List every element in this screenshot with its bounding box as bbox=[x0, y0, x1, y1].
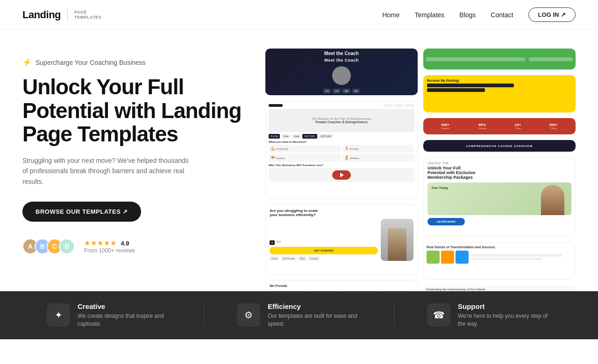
nav-templates[interactable]: Templates bbox=[415, 11, 445, 19]
template-services: We Provide 📊Marketing 💡Strategy 🎯Coachin… bbox=[265, 280, 418, 291]
nav-blogs[interactable]: Blogs bbox=[459, 11, 476, 19]
nav-home[interactable]: Home bbox=[382, 11, 399, 19]
who-section: ↗ ✓ Our Progress bbox=[0, 339, 598, 364]
header: Landing PAGETEMPLATES Home Templates Blo… bbox=[0, 0, 598, 30]
feature-support-title: Support bbox=[458, 302, 551, 310]
feature-creative: ✦ Creative We create designs that inspir… bbox=[47, 302, 171, 328]
review-avatars: A B C D bbox=[22, 238, 71, 254]
feature-divider-1 bbox=[204, 303, 204, 327]
hero-section: ⚡ Supercharge Your Coaching Business Unl… bbox=[0, 30, 598, 291]
template-red-stats: 500+Projects 99%Success 10+Years 300+Cli… bbox=[423, 118, 576, 134]
hero-description: Struggling with your next move? We've he… bbox=[22, 155, 191, 187]
logo-divider bbox=[67, 8, 68, 21]
template-previews: Meet the Coach 14 22 08 30 bbox=[265, 49, 576, 291]
star-icons: ★★★★★ bbox=[84, 239, 117, 247]
template-achievements: Celebrating the Achievements of Our Clie… bbox=[423, 285, 576, 291]
creative-icon: ✦ bbox=[47, 303, 70, 327]
logo-sub-text: PAGETEMPLATES bbox=[74, 10, 101, 20]
hero-badge: ⚡ Supercharge Your Coaching Business bbox=[22, 58, 247, 67]
template-green bbox=[423, 49, 576, 70]
hero-reviews: A B C D ★★★★★ 4.9 From 1000+ reviews bbox=[22, 238, 247, 254]
cta-label: BROWSE OUR TEMPLATES ↗ bbox=[36, 208, 128, 215]
feature-efficiency: ⚙ Efficiency Our templates are built for… bbox=[237, 302, 361, 328]
logo-text: Landing bbox=[22, 9, 61, 21]
lightning-icon: ⚡ bbox=[22, 58, 32, 67]
feature-creative-title: Creative bbox=[78, 302, 171, 310]
template-testimonials: Real Stories of Transformation and Succe… bbox=[423, 242, 576, 280]
features-bar: ✦ Creative We create designs that inspir… bbox=[0, 291, 598, 339]
template-business: Are you struggling to scaleyour business… bbox=[265, 204, 418, 274]
avatar-4: D bbox=[59, 238, 75, 254]
feature-support-text: Support We're here to help you every ste… bbox=[458, 302, 551, 328]
template-dark-coach: Meet the Coach 14 22 08 30 bbox=[265, 49, 418, 95]
feature-efficiency-title: Efficiency bbox=[268, 302, 361, 310]
logo: Landing PAGETEMPLATES bbox=[22, 8, 101, 21]
template-col-2: Become My Strategy 500+Projects 99%Succe… bbox=[423, 49, 576, 291]
hero-title: Unlock Your Full Potential with Landing … bbox=[22, 75, 247, 146]
template-white-nav: Get Results for the Top Fit Entrepreneur… bbox=[265, 101, 418, 199]
efficiency-icon: ⚙ bbox=[237, 303, 260, 327]
stars-rating: ★★★★★ 4.9 bbox=[84, 239, 135, 247]
feature-creative-desc: We create designs that inspire and capti… bbox=[78, 312, 171, 328]
hero-content: ⚡ Supercharge Your Coaching Business Unl… bbox=[22, 49, 265, 254]
review-count: From 1000+ reviews bbox=[84, 247, 135, 254]
feature-efficiency-text: Efficiency Our templates are built for e… bbox=[268, 302, 361, 328]
navigation: Home Templates Blogs Contact LOG IN ↗ bbox=[382, 7, 576, 22]
support-icon: ☎ bbox=[427, 303, 450, 327]
template-col-1: Meet the Coach 14 22 08 30 bbox=[265, 49, 418, 291]
feature-efficiency-desc: Our templates are built for ease and spe… bbox=[268, 312, 361, 328]
template-yellow-strategy: Become My Strategy bbox=[423, 75, 576, 112]
login-button[interactable]: LOG IN ↗ bbox=[528, 7, 576, 22]
cta-button[interactable]: BROWSE OUR TEMPLATES ↗ bbox=[22, 202, 141, 222]
feature-support: ☎ Support We're here to help you every s… bbox=[427, 302, 551, 328]
review-info: ★★★★★ 4.9 From 1000+ reviews bbox=[84, 239, 135, 254]
feature-divider-2 bbox=[394, 303, 394, 327]
feature-support-desc: We're here to help you every step of the… bbox=[458, 312, 551, 328]
template-membership: UNLOCK THE Unlock Your FullPotential wit… bbox=[423, 157, 576, 237]
template-course-overview: COMPREHENSIVE COURSE OVERVIEW bbox=[423, 140, 576, 152]
badge-text: Supercharge Your Coaching Business bbox=[36, 59, 146, 66]
feature-creative-text: Creative We create designs that inspire … bbox=[78, 302, 171, 328]
rating-number: 4.9 bbox=[121, 240, 129, 247]
nav-contact[interactable]: Contact bbox=[491, 11, 513, 19]
